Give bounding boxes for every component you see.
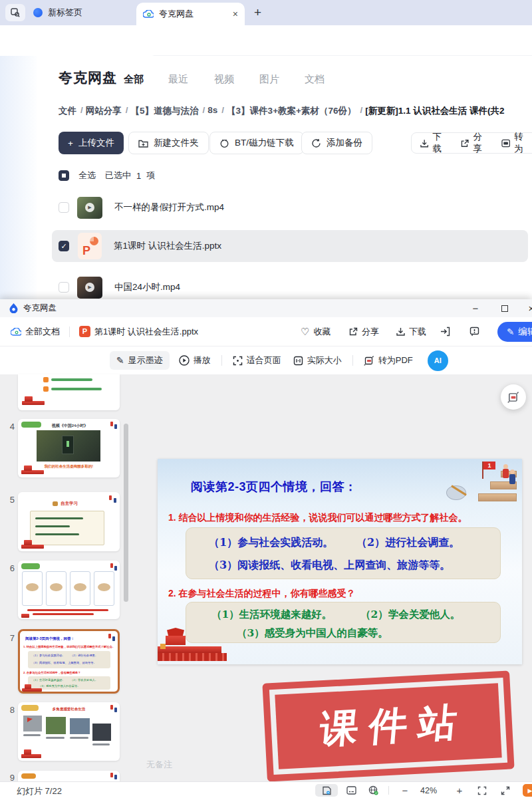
page-eye-icon xyxy=(322,786,332,795)
browser-side-strip xyxy=(0,56,37,299)
share-button[interactable]: 分享 xyxy=(349,326,379,338)
share-label: 分享 xyxy=(473,131,490,155)
ai-assistant-button[interactable]: AI xyxy=(428,350,448,371)
slide-thumbnail-9[interactable] xyxy=(18,771,120,781)
play-icon: ▶ xyxy=(85,283,94,292)
share-button[interactable]: 分享 xyxy=(461,131,490,155)
tab-new-tab[interactable]: 新标签页 xyxy=(27,3,133,23)
language-globe-button[interactable] xyxy=(364,784,382,797)
bt-download-button[interactable]: BT/磁力链下载 xyxy=(209,132,304,154)
backup-circle-icon xyxy=(311,138,321,148)
expand-icon xyxy=(501,786,510,795)
file-name[interactable]: 不一样的暑假打开方式.mp4 xyxy=(114,201,224,213)
edit-label: 编辑 xyxy=(518,326,532,338)
file-row[interactable]: ▶ 中国24小时.mp4 xyxy=(0,271,532,303)
fit-screen-button[interactable] xyxy=(473,784,491,797)
tab-all[interactable]: 全部 xyxy=(124,73,144,86)
save-to-drive-button[interactable] xyxy=(440,327,450,336)
drive-page: 夸克网盘 全部 最近 视频 图片 文档 文件/ 网站分享/ 【5】道德与法治/ … xyxy=(0,56,532,299)
slide-thumbnail-7-current[interactable]: 阅读第2-3页四个情境，回答： 1. 结合以上情境和你的生活经验，说说我们可以通… xyxy=(18,629,120,694)
notes-view-button[interactable] xyxy=(342,784,360,797)
tab-video[interactable]: 视频 xyxy=(214,73,234,86)
to-pdf-button[interactable]: 转为PDF xyxy=(364,354,413,366)
tab-search-icon xyxy=(11,8,20,17)
tab-close-icon[interactable]: × xyxy=(233,9,238,19)
ink-pen-icon: ✎ xyxy=(116,355,124,366)
slide-title: 阅读第2-3页四个情境，回答： xyxy=(191,479,357,495)
tiananmen-illustration xyxy=(158,625,231,664)
tab-quark-drive[interactable]: 夸克网盘 × xyxy=(136,3,245,25)
actual-size-button[interactable]: 实际大小 xyxy=(293,354,342,366)
download-label: 下载 xyxy=(432,131,450,155)
row-checkbox[interactable] xyxy=(59,202,69,213)
present-play-button[interactable]: ▶ xyxy=(523,784,532,797)
answer-box-1: （1）参与社会实践活动。 （2）进行社会调查。 （3）阅读报纸、收看电视、上网查… xyxy=(186,527,501,579)
breadcrumb-item[interactable]: 8s xyxy=(207,105,217,117)
maximize-button[interactable] xyxy=(495,299,515,317)
answer: （1）生活环境越来越好。 xyxy=(211,608,332,622)
select-all-checkbox[interactable] xyxy=(59,170,69,181)
play-button[interactable]: 播放 xyxy=(179,354,211,366)
file-row[interactable]: ▶ 不一样的暑假打开方式.mp4 xyxy=(0,192,532,223)
reading-view-button[interactable] xyxy=(315,784,338,797)
play-label: 播放 xyxy=(194,354,211,366)
fit-page-button[interactable]: 适合页面 xyxy=(233,354,281,366)
fullscreen-button[interactable] xyxy=(497,784,514,797)
slide-thumbnail-3[interactable] xyxy=(18,374,120,410)
minimize-button[interactable]: − xyxy=(466,299,485,317)
slide-thumbnail-4[interactable]: 视频《中国24小时》 我们的社会生活是绚丽多彩的! xyxy=(18,419,120,477)
tab-doc[interactable]: 文档 xyxy=(305,73,325,86)
favorite-button[interactable]: ♡ 收藏 xyxy=(301,326,331,338)
upload-button[interactable]: + 上传文件 xyxy=(59,132,124,154)
window-title-bar[interactable]: 夸克网盘 − × xyxy=(0,299,532,317)
edit-button[interactable]: ✎ 编辑 xyxy=(497,322,532,342)
ppt-file-icon: P xyxy=(78,233,102,259)
tab-recent[interactable]: 最近 xyxy=(168,73,188,86)
file-name[interactable]: 中国24小时.mp4 xyxy=(114,281,180,293)
download-button[interactable]: 下载 xyxy=(420,131,450,155)
stamp-text: 课件站 xyxy=(307,696,470,757)
file-name[interactable]: 第1课时 认识社会生活.pptx xyxy=(114,240,221,252)
show-ink-button[interactable]: ✎ 显示墨迹 xyxy=(110,351,170,370)
bt-download-label: BT/磁力链下载 xyxy=(235,137,294,149)
float-convert-pdf-button[interactable] xyxy=(501,384,526,410)
download-button[interactable]: 下载 xyxy=(396,326,426,338)
slide-question-2: 2. 在参与社会生活的过程中，你有哪些感受？ xyxy=(168,588,356,600)
add-backup-button[interactable]: 添加备份 xyxy=(301,132,372,154)
all-docs-button[interactable]: 全部文档 xyxy=(11,326,60,338)
thumb-number: 7 xyxy=(3,633,15,643)
selected-unit: 项 xyxy=(146,170,155,182)
tab-label: 夸克网盘 xyxy=(159,8,194,20)
report-button[interactable] xyxy=(469,327,479,336)
tab-search-button[interactable] xyxy=(5,4,25,21)
slide-thumbnail-5[interactable]: 自主学习 xyxy=(18,492,120,551)
zoom-in-button[interactable]: + xyxy=(452,784,467,797)
select-all-label[interactable]: 全选 xyxy=(78,170,96,182)
steps-illustration: 1 xyxy=(444,460,518,509)
convert-pdf-button[interactable]: 转为 xyxy=(501,131,531,155)
new-folder-button[interactable]: 新建文件夹 xyxy=(128,132,209,154)
report-icon xyxy=(469,327,479,336)
row-checkbox[interactable] xyxy=(59,282,69,293)
all-docs-label: 全部文档 xyxy=(25,326,60,338)
zoom-out-button[interactable]: − xyxy=(398,784,412,797)
notes-placeholder: 无备注 xyxy=(146,759,172,771)
slide-thumbnail-6[interactable] xyxy=(18,561,120,619)
bt-magnet-icon xyxy=(219,138,229,148)
row-checkbox[interactable]: ✓ xyxy=(59,241,69,251)
add-backup-label: 添加备份 xyxy=(327,137,362,149)
convert-pdf-icon xyxy=(507,392,519,403)
close-button[interactable]: × xyxy=(521,299,532,317)
new-tab-button[interactable]: + xyxy=(254,5,261,20)
file-row-selected[interactable]: ✓ P 第1课时 认识社会生活.pptx xyxy=(52,230,528,262)
breadcrumb-item[interactable]: 【3】课件3+教案+素材（76份） xyxy=(227,105,356,117)
breadcrumb-item[interactable]: 文件 xyxy=(59,105,76,117)
zoom-level[interactable]: 42% xyxy=(420,786,437,795)
window-title: 夸克网盘 xyxy=(23,303,57,314)
slide-thumbnail-8[interactable]: 多角度感受社会生活 xyxy=(18,702,120,761)
status-bar: 幻灯片 7/22 − 42% + ▶ xyxy=(0,781,532,798)
breadcrumb-item[interactable]: 【5】道德与法治 xyxy=(131,105,199,117)
tab-image[interactable]: 图片 xyxy=(259,73,279,86)
breadcrumb-item[interactable]: 网站分享 xyxy=(86,105,122,117)
thumbnail-scrollbar[interactable] xyxy=(124,424,128,602)
